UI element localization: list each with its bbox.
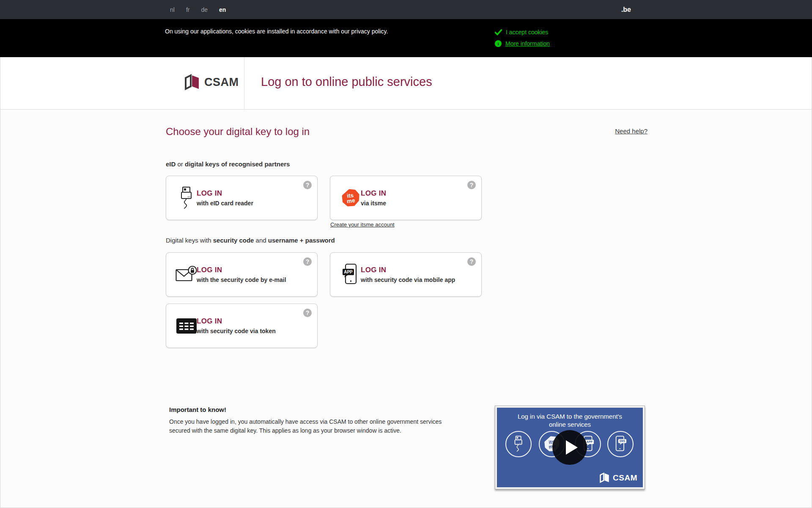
- login-subtitle: with security code via mobile app: [361, 276, 455, 283]
- accept-cookies-link[interactable]: I accept cookies: [495, 29, 550, 36]
- lang-en[interactable]: en: [219, 6, 226, 13]
- section2-bold2: username + password: [268, 237, 335, 244]
- choose-key-heading: Choose your digital key to log in: [166, 126, 310, 138]
- card-text: LOG IN with the security code by e-mail: [197, 253, 286, 296]
- important-body: Once you have logged in, you automatical…: [169, 417, 443, 435]
- csam-wordmark: CSAM: [204, 76, 239, 89]
- login-subtitle: with security code via token: [197, 328, 276, 334]
- card-text: LOG IN with security code via token: [197, 304, 276, 348]
- section2-pre: Digital keys with: [166, 237, 213, 244]
- help-icon[interactable]: ?: [303, 309, 312, 317]
- page-title: Log on to online public services: [261, 75, 432, 89]
- login-title: LOG IN: [197, 317, 276, 326]
- card-text: LOG IN via itsme: [361, 176, 386, 220]
- create-itsme-account-link[interactable]: Create your itsme account: [330, 221, 395, 228]
- play-button[interactable]: [552, 430, 587, 465]
- video-csam-wordmark: CSAM: [613, 473, 637, 483]
- main-content: Choose your digital key to log in Need h…: [0, 109, 812, 508]
- lang-fr[interactable]: fr: [186, 6, 190, 13]
- login-card-eid-reader[interactable]: LOG IN with eID card reader ?: [166, 176, 318, 220]
- cookie-actions: I accept cookies i More information: [495, 29, 550, 47]
- video-sms-icon: SMS: [607, 431, 634, 457]
- login-subtitle: with the security code by e-mail: [197, 276, 286, 283]
- section2-bold1: security code: [213, 237, 254, 244]
- video-csam-logo-icon: [599, 472, 610, 483]
- check-icon: [495, 29, 502, 36]
- login-card-email-code[interactable]: LOG IN with the security code by e-mail …: [166, 252, 318, 297]
- itsme-icon: its me: [340, 176, 362, 220]
- app-bubble-label: APP: [344, 270, 353, 274]
- more-information-label: More information: [505, 40, 550, 47]
- login-card-itsme[interactable]: its me LOG IN via itsme ?: [330, 176, 482, 220]
- video-sms-bubble-label: SMS: [620, 439, 625, 442]
- itsme-logo-line2: me: [346, 197, 356, 204]
- language-bar: nl fr de en .be: [0, 0, 812, 19]
- cookie-banner: On using our applications, cookies are i…: [0, 19, 812, 57]
- be-logo: .be: [621, 0, 631, 19]
- important-heading: Important to know!: [169, 406, 226, 413]
- section-label-security-code: Digital keys with security code and user…: [166, 237, 335, 244]
- section1-mid: or: [176, 160, 185, 168]
- accept-cookies-label: I accept cookies: [506, 29, 548, 36]
- help-icon[interactable]: ?: [303, 181, 312, 189]
- csam-video-panel[interactable]: Log in via CSAM to the government's onli…: [495, 406, 645, 489]
- cookie-message: On using our applications, cookies are i…: [165, 28, 388, 35]
- help-icon[interactable]: ?: [303, 257, 312, 266]
- help-icon[interactable]: ?: [467, 181, 476, 189]
- login-title: LOG IN: [361, 189, 386, 198]
- need-help-link[interactable]: Need help?: [615, 127, 647, 135]
- login-title: LOG IN: [361, 266, 455, 274]
- token-icon: [176, 304, 198, 348]
- video-eid-reader-icon: [505, 431, 532, 457]
- login-title: LOG IN: [197, 266, 286, 274]
- lang-de[interactable]: de: [201, 6, 208, 13]
- header: CSAM Log on to online public services: [0, 57, 812, 109]
- video-title: Log in via CSAM to the government's onli…: [497, 412, 643, 428]
- video-app-bubble-label: APP: [587, 440, 593, 443]
- card-text: LOG IN with security code via mobile app: [361, 253, 455, 296]
- login-title: LOG IN: [197, 189, 253, 198]
- video-csam-logo: CSAM: [599, 472, 637, 483]
- card-text: LOG IN with eID card reader: [197, 176, 253, 220]
- lang-nl[interactable]: nl: [170, 6, 175, 13]
- header-divider: [244, 57, 244, 109]
- mobile-app-icon: APP: [340, 253, 362, 296]
- csam-logo-icon: [184, 74, 201, 90]
- section2-mid: and: [254, 237, 268, 244]
- login-card-mobile-app[interactable]: APP LOG IN with security code via mobile…: [330, 252, 482, 297]
- login-subtitle: via itsme: [361, 200, 386, 207]
- help-icon[interactable]: ?: [467, 257, 476, 266]
- csam-logo: CSAM: [184, 74, 239, 90]
- section-label-eid-partners: eID or digital keys of recognised partne…: [166, 160, 290, 168]
- section1-bold2: digital keys of recognised partners: [185, 160, 290, 168]
- language-switcher: nl fr de en: [170, 0, 226, 19]
- login-card-token[interactable]: LOG IN with security code via token ?: [166, 304, 318, 348]
- video-thumbnail: Log in via CSAM to the government's onli…: [497, 408, 643, 487]
- login-subtitle: with eID card reader: [197, 200, 253, 207]
- eid-card-reader-icon: [176, 176, 198, 220]
- email-security-code-icon: [176, 253, 198, 296]
- video-title-line2: online services: [497, 420, 643, 428]
- info-icon: i: [495, 40, 502, 47]
- section1-bold1: eID: [166, 160, 176, 168]
- video-title-line1: Log in via CSAM to the government's: [497, 412, 643, 420]
- more-information-link[interactable]: i More information: [495, 40, 550, 47]
- play-icon: [566, 440, 578, 455]
